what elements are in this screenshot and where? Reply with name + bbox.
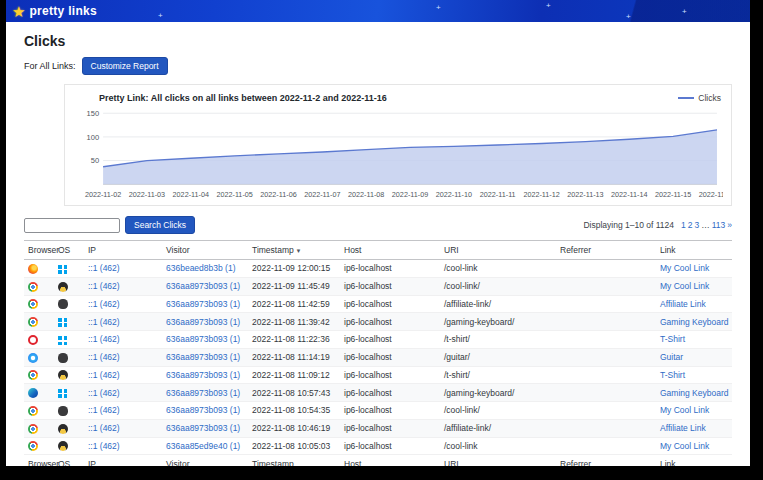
os-cell (54, 295, 84, 313)
sparkle-icon (626, 13, 631, 21)
pagination-link[interactable]: 2 (688, 220, 693, 230)
browser-cell (24, 295, 54, 313)
search-clicks-button[interactable]: Search Clicks (125, 216, 195, 234)
link-link[interactable]: T-Shirt (660, 370, 685, 380)
link-cell: Affiliate Link (656, 295, 732, 313)
ip-link[interactable]: ::1 (462) (88, 423, 120, 433)
table-row: ::1 (462)636aa8973b093 (1)2022-11-09 11:… (24, 277, 732, 295)
safari-browser-icon (28, 353, 38, 363)
visitor-link[interactable]: 636aa8973b093 (1) (166, 352, 240, 362)
ip-link[interactable]: ::1 (462) (88, 334, 120, 344)
column-header-link[interactable]: Link (656, 241, 732, 260)
column-header-uri[interactable]: URI (440, 455, 556, 466)
ip-link[interactable]: ::1 (462) (88, 281, 120, 291)
table-row: ::1 (462)636aa8973b093 (1)2022-11-08 10:… (24, 419, 732, 437)
visitor-link[interactable]: 636aa8973b093 (1) (166, 281, 240, 291)
column-header-timestamp[interactable]: Timestamp (248, 455, 340, 466)
column-header-browser[interactable]: Browser (24, 455, 54, 466)
visitor-cell: 636beaed8b3b (1) (162, 260, 248, 278)
column-header-ip[interactable]: IP (84, 241, 162, 260)
link-link[interactable]: My Cool Link (660, 441, 709, 451)
pagination-link[interactable]: 3 (694, 220, 699, 230)
chrome-browser-icon (28, 441, 38, 451)
link-cell: My Cool Link (656, 402, 732, 420)
customize-report-button[interactable]: Customize Report (82, 57, 168, 75)
column-header-os[interactable]: OS (54, 455, 84, 466)
windows-os-icon (58, 389, 67, 398)
svg-text:2022-11-15: 2022-11-15 (655, 190, 691, 199)
column-header-timestamp[interactable]: Timestamp ▼ (248, 241, 340, 260)
column-header-browser[interactable]: Browser (24, 241, 54, 260)
windows-os-icon (58, 265, 67, 274)
column-header-referrer[interactable]: Referrer (556, 455, 656, 466)
svg-text:2022-11-04: 2022-11-04 (173, 190, 209, 199)
ip-link[interactable]: ::1 (462) (88, 405, 120, 415)
displaying-text: Displaying 1–10 of 1124 (583, 220, 674, 230)
column-header-visitor[interactable]: Visitor (162, 241, 248, 260)
referrer-cell (556, 402, 656, 420)
column-header-referrer[interactable]: Referrer (556, 241, 656, 260)
visitor-link[interactable]: 636aa8973b093 (1) (166, 370, 240, 380)
search-input[interactable] (24, 218, 120, 233)
ip-cell: ::1 (462) (84, 260, 162, 278)
link-link[interactable]: Gaming Keyboard (660, 388, 729, 398)
ip-link[interactable]: ::1 (462) (88, 388, 120, 398)
uri-cell: /affiliate-link/ (440, 295, 556, 313)
ip-cell: ::1 (462) (84, 402, 162, 420)
ip-cell: ::1 (462) (84, 331, 162, 349)
os-cell (54, 384, 84, 402)
link-cell: My Cool Link (656, 260, 732, 278)
link-link[interactable]: Affiliate Link (660, 423, 706, 433)
brand-banner: ★ pretty links (6, 0, 750, 22)
clicks-chart-svg: 501001502022-11-022022-11-032022-11-0420… (73, 107, 723, 203)
table-row: ::1 (462)636aa8973b093 (1)2022-11-08 10:… (24, 402, 732, 420)
svg-text:50: 50 (91, 156, 99, 165)
linux-os-icon (58, 370, 68, 380)
ip-link[interactable]: ::1 (462) (88, 370, 120, 380)
table-row: ::1 (462)636aa8973b093 (1)2022-11-08 11:… (24, 331, 732, 349)
visitor-link[interactable]: 636aa8973b093 (1) (166, 388, 240, 398)
link-cell: T-Shirt (656, 331, 732, 349)
visitor-link[interactable]: 636aa8973b093 (1) (166, 317, 240, 327)
link-link[interactable]: Gaming Keyboard (660, 317, 729, 327)
referrer-cell (556, 419, 656, 437)
timestamp-cell: 2022-11-09 12:00:15 (248, 260, 340, 278)
link-link[interactable]: My Cool Link (660, 405, 709, 415)
visitor-link[interactable]: 636aa85ed9e40 (1) (166, 441, 240, 451)
top-pagination: 123…113» (679, 220, 732, 230)
referrer-cell (556, 277, 656, 295)
link-link[interactable]: My Cool Link (660, 263, 709, 273)
ip-link[interactable]: ::1 (462) (88, 441, 120, 451)
ip-link[interactable]: ::1 (462) (88, 352, 120, 362)
column-header-ip[interactable]: IP (84, 455, 162, 466)
visitor-link[interactable]: 636aa8973b093 (1) (166, 299, 240, 309)
column-header-host[interactable]: Host (340, 455, 440, 466)
column-header-link[interactable]: Link (656, 455, 732, 466)
ip-link[interactable]: ::1 (462) (88, 299, 120, 309)
visitor-link[interactable]: 636aa8973b093 (1) (166, 334, 240, 344)
ip-link[interactable]: ::1 (462) (88, 317, 120, 327)
visitor-link[interactable]: 636beaed8b3b (1) (166, 263, 235, 273)
column-header-os[interactable]: OS (54, 241, 84, 260)
column-header-uri[interactable]: URI (440, 241, 556, 260)
apple-os-icon (58, 353, 68, 363)
browser-cell (24, 348, 54, 366)
visitor-link[interactable]: 636aa8973b093 (1) (166, 423, 240, 433)
host-cell: ip6-localhost (340, 331, 440, 349)
link-link[interactable]: Affiliate Link (660, 299, 706, 309)
pagination-link[interactable]: 1 (681, 220, 686, 230)
os-cell (54, 260, 84, 278)
pagination-link[interactable]: 113 (712, 220, 726, 230)
link-link[interactable]: My Cool Link (660, 281, 709, 291)
link-link[interactable]: Guitar (660, 352, 683, 362)
table-row: ::1 (462)636aa8973b093 (1)2022-11-08 11:… (24, 348, 732, 366)
clicks-chart-card: Pretty Link: All clicks on all links bet… (64, 84, 732, 206)
column-header-host[interactable]: Host (340, 241, 440, 260)
visitor-link[interactable]: 636aa8973b093 (1) (166, 405, 240, 415)
link-link[interactable]: T-Shirt (660, 334, 685, 344)
pagination-link[interactable]: » (727, 220, 732, 230)
linux-os-icon (58, 282, 68, 292)
column-header-visitor[interactable]: Visitor (162, 455, 248, 466)
legend-label: Clicks (698, 93, 721, 103)
ip-link[interactable]: ::1 (462) (88, 263, 120, 273)
